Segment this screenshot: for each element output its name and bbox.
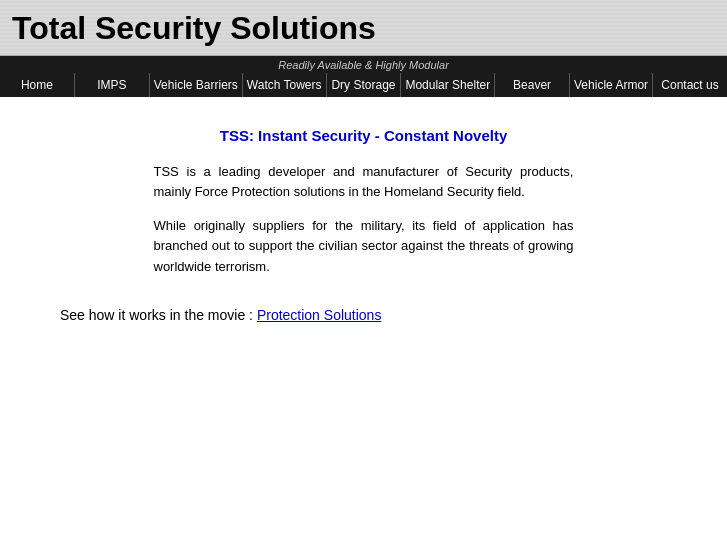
nav-item-vehicle-barriers[interactable]: Vehicle Barriers bbox=[150, 73, 243, 97]
movie-section: See how it works in the movie : Protecti… bbox=[40, 307, 687, 323]
nav-item-contact-us[interactable]: Contact us bbox=[653, 73, 727, 97]
nav-item-imps[interactable]: IMPS bbox=[75, 73, 150, 97]
paragraph1: TSS is a leading developer and manufactu… bbox=[154, 162, 574, 202]
paragraph2: While originally suppliers for the milit… bbox=[154, 216, 574, 276]
nav-item-beaver[interactable]: Beaver bbox=[495, 73, 570, 97]
movie-section-text: See how it works in the movie : bbox=[60, 307, 257, 323]
nav-item-home[interactable]: Home bbox=[0, 73, 75, 97]
nav-item-vehicle-armor[interactable]: Vehicle Armor bbox=[570, 73, 653, 97]
nav-links: HomeIMPSVehicle BarriersWatch TowersDry … bbox=[0, 73, 727, 97]
navbar: Readily Available & Highly Modular HomeI… bbox=[0, 56, 727, 97]
protection-solutions-link[interactable]: Protection Solutions bbox=[257, 307, 382, 323]
nav-item-watch-towers[interactable]: Watch Towers bbox=[243, 73, 327, 97]
navbar-tagline: Readily Available & Highly Modular bbox=[0, 56, 727, 73]
site-header: Total Security Solutions bbox=[0, 0, 727, 56]
nav-item-modular-shelter[interactable]: Modular Shelter bbox=[401, 73, 495, 97]
site-title: Total Security Solutions bbox=[12, 10, 715, 47]
description-block: TSS is a leading developer and manufactu… bbox=[154, 162, 574, 277]
nav-item-dry-storage[interactable]: Dry Storage bbox=[327, 73, 402, 97]
content-title: TSS: Instant Security - Constant Novelty bbox=[40, 127, 687, 144]
main-content: TSS: Instant Security - Constant Novelty… bbox=[0, 97, 727, 363]
